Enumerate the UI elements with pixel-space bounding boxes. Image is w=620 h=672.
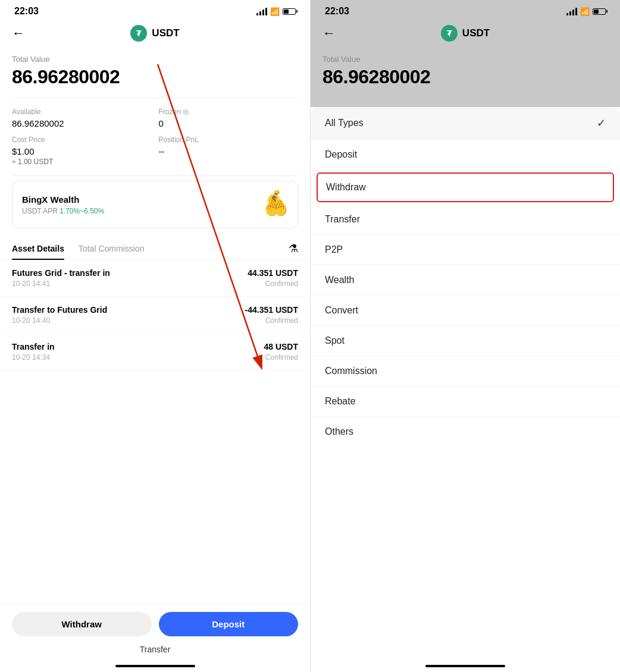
dropdown-label-commission: Commission [325, 366, 377, 376]
transfer-button[interactable]: Transfer [12, 642, 298, 657]
time-left: 22:03 [14, 6, 39, 17]
checkmark-icon: ✓ [597, 117, 606, 130]
hand-icon: 🤲 [264, 197, 288, 219]
dropdown-label-rebate: Rebate [325, 396, 356, 407]
status-icons-left: 📶 [256, 7, 296, 16]
dropdown-label-withdraw: Withdraw [326, 182, 366, 193]
wifi-icon-right: 📶 [580, 7, 590, 16]
total-value-label-left: Total Value [12, 55, 298, 64]
home-indicator-right [425, 665, 505, 667]
stat-frozen-value: 0 [159, 118, 299, 128]
right-header-bg: 22:03 📶 ← ₮ [311, 0, 620, 107]
wifi-icon: 📶 [270, 7, 280, 16]
stat-frozen: Frozen ◎ 0 [159, 108, 299, 128]
status-bar-right: 22:03 📶 [311, 0, 620, 20]
dropdown-item-convert[interactable]: Convert [311, 296, 620, 326]
stat-available-label: Available [12, 108, 152, 116]
withdraw-button[interactable]: Withdraw [12, 612, 152, 636]
stat-pnl-value: -- [159, 146, 299, 156]
nav-title-left: ₮ USDT [130, 25, 179, 42]
wealth-card[interactable]: BingX Wealth USDT APR 1.70%~6.50% 💰 🤲 [12, 181, 298, 228]
dropdown-item-commission[interactable]: Commission [311, 356, 620, 387]
dropdown-item-withdraw[interactable]: Withdraw [317, 172, 614, 202]
wealth-card-apr-value: 1.70%~6.50% [60, 207, 104, 215]
dropdown-item-spot[interactable]: Spot [311, 326, 620, 356]
tx-amount-3: 48 USDT [264, 342, 298, 351]
status-icons-right: 📶 [566, 7, 606, 16]
left-phone: 22:03 📶 ← ₮ USDT [0, 0, 310, 672]
action-buttons: Withdraw Deposit [12, 612, 298, 636]
tx-status-3: Confirmed [264, 353, 298, 362]
dropdown-label-p2p: P2P [325, 244, 343, 255]
bottom-actions: Withdraw Deposit Transfer [0, 604, 310, 661]
dropdown-label-spot: Spot [325, 335, 345, 346]
total-value-section-left: Total Value 86.96280002 [0, 48, 310, 98]
home-indicator-left [115, 665, 195, 667]
stat-available-value: 86.96280002 [12, 118, 152, 128]
right-phone: 22:03 📶 ← ₮ [310, 0, 620, 672]
filter-icon[interactable]: ⚗ [289, 242, 298, 255]
tx-status-1: Confirmed [248, 280, 298, 288]
dropdown-item-rebate[interactable]: Rebate [311, 387, 620, 417]
dropdown-label-wealth: Wealth [325, 275, 355, 285]
dropdown-item-all-types[interactable]: All Types ✓ [311, 107, 620, 140]
nav-title-text-left: USDT [152, 27, 179, 39]
dropdown-label-transfer: Transfer [325, 214, 360, 225]
nav-header-left: ← ₮ USDT [0, 20, 310, 48]
nav-title-text-right: USDT [462, 27, 490, 39]
status-bar-left: 22:03 📶 [0, 0, 310, 20]
battery-icon [283, 8, 296, 15]
tx-amount-1: 44.351 USDT [248, 268, 298, 278]
tx-date-3: 10-20 14:34 [12, 353, 55, 362]
back-button-right[interactable]: ← [322, 26, 336, 41]
dropdown-item-p2p[interactable]: P2P [311, 235, 620, 265]
stat-cost-price-sub: ≈ 1.00 USDT [12, 158, 152, 166]
tab-asset-details[interactable]: Asset Details [12, 238, 64, 259]
stat-cost-price-value: $1.00 [12, 146, 152, 156]
wealth-card-title: BingX Wealth [22, 194, 104, 205]
dropdown-container: All Types ✓ Deposit Withdraw Transfer P2… [311, 107, 620, 661]
stat-frozen-label: Frozen ◎ [159, 108, 299, 116]
tx-title-3: Transfer in [12, 342, 55, 351]
tx-amount-2: -44.351 USDT [245, 305, 298, 315]
total-value-amount-left: 86.96280002 [12, 66, 298, 88]
stats-grid: Available 86.96280002 Frozen ◎ 0 Cost Pr… [0, 98, 310, 175]
wealth-card-apr: USDT APR 1.70%~6.50% [22, 207, 104, 215]
transaction-item-2[interactable]: Transfer to Futures Grid 10-20 14:40 -44… [0, 297, 310, 334]
dropdown-label-others: Others [325, 426, 353, 437]
dropdown-label-all-types: All Types [325, 118, 364, 128]
total-value-amount-right: 86.96280002 [322, 66, 608, 88]
tab-total-commission[interactable]: Total Commission [79, 238, 144, 259]
tx-title-2: Transfer to Futures Grid [12, 305, 107, 315]
dropdown-label-convert: Convert [325, 305, 358, 316]
stat-cost-price-label: Cost Price [12, 136, 152, 144]
signal-icon-right [566, 7, 577, 15]
time-right: 22:03 [325, 6, 349, 17]
signal-icon [256, 7, 267, 15]
total-value-label-right: Total Value [322, 55, 608, 64]
usdt-logo-right: ₮ [441, 25, 458, 42]
deposit-button[interactable]: Deposit [159, 612, 299, 636]
transaction-item-1[interactable]: Futures Grid - transfer in 10-20 14:41 4… [0, 260, 310, 297]
nav-title-right: ₮ USDT [441, 25, 490, 42]
usdt-logo-left: ₮ [130, 25, 147, 42]
transaction-item-3[interactable]: Transfer in 10-20 14:34 48 USDT Confirme… [0, 334, 310, 370]
stat-pnl-label: Position PnL [159, 136, 299, 144]
stat-pnl: Position PnL -- [159, 136, 299, 166]
back-button-left[interactable]: ← [12, 26, 25, 41]
dropdown-item-wealth[interactable]: Wealth [311, 265, 620, 296]
tx-date-1: 10-20 14:41 [12, 280, 110, 288]
battery-icon-right [593, 8, 606, 15]
nav-header-right: ← ₮ USDT [311, 20, 620, 48]
stat-cost-price: Cost Price $1.00 ≈ 1.00 USDT [12, 136, 152, 166]
tx-status-2: Confirmed [245, 316, 298, 325]
dropdown-item-others[interactable]: Others [311, 417, 620, 447]
dropdown-label-deposit: Deposit [325, 149, 357, 160]
divider-2 [12, 175, 298, 176]
tabs-row: Asset Details Total Commission ⚗ [0, 238, 310, 260]
transaction-list: Futures Grid - transfer in 10-20 14:41 4… [0, 260, 310, 604]
total-value-section-right: Total Value 86.96280002 [311, 48, 620, 98]
dropdown-item-transfer[interactable]: Transfer [311, 205, 620, 235]
dropdown-item-deposit[interactable]: Deposit [311, 140, 620, 170]
tx-title-1: Futures Grid - transfer in [12, 268, 110, 278]
